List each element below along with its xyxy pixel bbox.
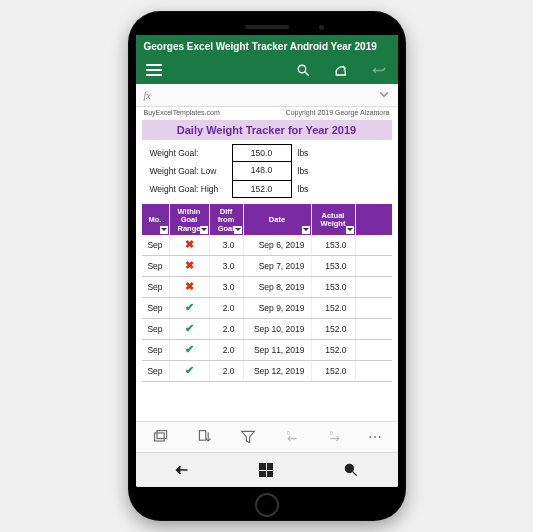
- data-table: Mo. Within Goal Range Diff from Goal Dat…: [142, 204, 392, 382]
- cell-weight[interactable]: 152.0: [312, 319, 356, 339]
- sheet-title: Daily Weight Tracker for Year 2019: [142, 120, 392, 140]
- cell-date[interactable]: Sep 8, 2019: [244, 277, 312, 297]
- cell-month[interactable]: Sep: [142, 298, 170, 318]
- cell-diff[interactable]: 3.0: [210, 277, 244, 297]
- cell-weight[interactable]: 153.0: [312, 277, 356, 297]
- svg-point-0: [298, 65, 306, 73]
- goal-row: Weight Goal: 150.0 lbs: [142, 144, 392, 162]
- back-icon[interactable]: [172, 461, 192, 479]
- meta-right: Copyright 2019 George Alzamora: [286, 109, 390, 116]
- cell-diff[interactable]: 3.0: [210, 235, 244, 255]
- svg-rect-4: [199, 431, 205, 441]
- goal-value[interactable]: 152.0: [232, 180, 292, 198]
- table-row[interactable]: Sep✔2.0Sep 9, 2019152.0: [142, 298, 392, 319]
- chevron-down-icon[interactable]: [378, 88, 390, 102]
- table-row[interactable]: Sep✔2.0Sep 10, 2019152.0: [142, 319, 392, 340]
- decimal-right-icon[interactable]: .0: [324, 428, 346, 446]
- cell-diff[interactable]: 2.0: [210, 298, 244, 318]
- screen: Georges Excel Weight Tracker Android Yea…: [136, 35, 398, 487]
- cell-weight[interactable]: 153.0: [312, 235, 356, 255]
- col-actual[interactable]: Actual Weight: [312, 204, 356, 235]
- table-row[interactable]: Sep✔2.0Sep 12, 2019152.0: [142, 361, 392, 382]
- nav-search-icon[interactable]: [341, 461, 361, 479]
- goal-label: Weight Goal: Low: [142, 166, 232, 176]
- bottom-toolbar: .0 .0 ⋯: [136, 421, 398, 452]
- table-header: Mo. Within Goal Range Diff from Goal Dat…: [142, 204, 392, 235]
- decimal-left-icon[interactable]: .0: [281, 428, 303, 446]
- cell-date[interactable]: Sep 11, 2019: [244, 340, 312, 360]
- cell-month[interactable]: Sep: [142, 256, 170, 276]
- toolbar: [136, 58, 398, 84]
- more-icon[interactable]: ⋯: [368, 429, 383, 445]
- nav-bar: [136, 452, 398, 487]
- filter-icon[interactable]: [237, 428, 259, 446]
- fx-label: fx: [144, 90, 151, 101]
- cell-within[interactable]: ✔: [170, 361, 210, 381]
- cell-date[interactable]: Sep 9, 2019: [244, 298, 312, 318]
- cell-weight[interactable]: 152.0: [312, 361, 356, 381]
- cell-date[interactable]: Sep 12, 2019: [244, 361, 312, 381]
- cell-diff[interactable]: 3.0: [210, 256, 244, 276]
- col-month[interactable]: Mo.: [142, 204, 170, 235]
- col-within[interactable]: Within Goal Range: [170, 204, 210, 235]
- meta-left: BuyExcelTemplates.com: [144, 109, 220, 116]
- search-icon[interactable]: [296, 62, 312, 78]
- table-row[interactable]: Sep✖3.0Sep 7, 2019153.0: [142, 256, 392, 277]
- goal-unit: lbs: [292, 148, 309, 158]
- cell-date[interactable]: Sep 7, 2019: [244, 256, 312, 276]
- cell-month[interactable]: Sep: [142, 319, 170, 339]
- goal-label: Weight Goal:: [142, 148, 232, 158]
- goal-unit: lbs: [292, 184, 309, 194]
- goal-unit: lbs: [292, 166, 309, 176]
- cell-within[interactable]: ✖: [170, 277, 210, 297]
- svg-line-13: [353, 472, 357, 476]
- table-row[interactable]: Sep✔2.0Sep 11, 2019152.0: [142, 340, 392, 361]
- goals-block: Weight Goal: 150.0 lbs Weight Goal: Low …: [142, 144, 392, 198]
- sort-icon[interactable]: [194, 428, 216, 446]
- svg-text:.0: .0: [329, 431, 333, 436]
- goal-value[interactable]: 148.0: [232, 162, 292, 180]
- cell-month[interactable]: Sep: [142, 361, 170, 381]
- col-date[interactable]: Date: [244, 204, 312, 235]
- cell-within[interactable]: ✖: [170, 235, 210, 255]
- cell-diff[interactable]: 2.0: [210, 340, 244, 360]
- undo-icon[interactable]: [372, 62, 388, 78]
- meta-row: BuyExcelTemplates.com Copyright 2019 Geo…: [136, 107, 398, 118]
- phone-frame: Georges Excel Weight Tracker Android Yea…: [128, 11, 406, 521]
- svg-text:.0: .0: [285, 431, 289, 436]
- cell-within[interactable]: ✖: [170, 256, 210, 276]
- svg-line-1: [305, 72, 309, 76]
- cell-diff[interactable]: 2.0: [210, 361, 244, 381]
- sheets-icon[interactable]: [150, 428, 172, 446]
- cell-month[interactable]: Sep: [142, 235, 170, 255]
- cell-diff[interactable]: 2.0: [210, 319, 244, 339]
- cell-within[interactable]: ✔: [170, 340, 210, 360]
- goal-value[interactable]: 150.0: [232, 144, 292, 162]
- goal-row: Weight Goal: High 152.0 lbs: [142, 180, 392, 198]
- svg-rect-2: [155, 433, 165, 441]
- table-row[interactable]: Sep✖3.0Sep 8, 2019153.0: [142, 277, 392, 298]
- cell-weight[interactable]: 153.0: [312, 256, 356, 276]
- spreadsheet[interactable]: BuyExcelTemplates.com Copyright 2019 Geo…: [136, 107, 398, 421]
- cell-month[interactable]: Sep: [142, 340, 170, 360]
- svg-rect-3: [157, 431, 167, 439]
- cell-weight[interactable]: 152.0: [312, 298, 356, 318]
- cell-within[interactable]: ✔: [170, 298, 210, 318]
- phone-camera: [319, 25, 324, 30]
- menu-icon[interactable]: [146, 64, 162, 76]
- share-icon[interactable]: [334, 62, 350, 78]
- cell-date[interactable]: Sep 10, 2019: [244, 319, 312, 339]
- col-diff[interactable]: Diff from Goal: [210, 204, 244, 235]
- cell-month[interactable]: Sep: [142, 277, 170, 297]
- svg-marker-6: [242, 431, 255, 442]
- phone-speaker: [245, 25, 289, 29]
- cell-date[interactable]: Sep 6, 2019: [244, 235, 312, 255]
- home-button[interactable]: [255, 493, 279, 517]
- windows-icon[interactable]: [256, 461, 276, 479]
- svg-point-12: [346, 464, 354, 472]
- table-row[interactable]: Sep✖3.0Sep 6, 2019153.0: [142, 235, 392, 256]
- formula-bar[interactable]: fx: [136, 84, 398, 107]
- cell-within[interactable]: ✔: [170, 319, 210, 339]
- cell-weight[interactable]: 152.0: [312, 340, 356, 360]
- app-title: Georges Excel Weight Tracker Android Yea…: [136, 35, 398, 58]
